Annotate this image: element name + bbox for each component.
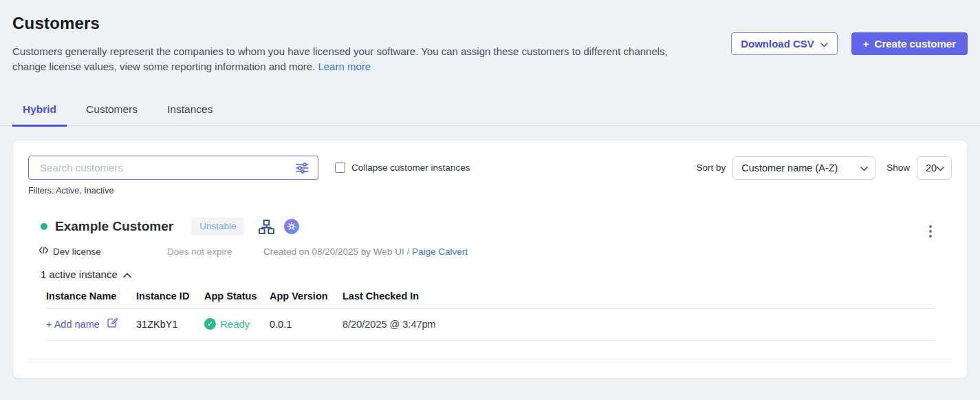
customer-row: Example Customer Unstable xyxy=(28,214,952,239)
collapse-instances-checkbox[interactable] xyxy=(335,162,345,173)
plus-icon: + xyxy=(863,38,869,50)
search-box xyxy=(28,156,318,180)
search-input[interactable] xyxy=(29,162,292,173)
sort-select-value: Customer name (A-Z) xyxy=(741,162,838,173)
instances-table-header: Instance Name Instance ID App Status App… xyxy=(46,291,935,308)
col-instance-name: Instance Name xyxy=(46,291,136,302)
col-app-status: App Status xyxy=(204,291,270,302)
add-name-label: + Add name xyxy=(46,319,100,330)
sort-by-label: Sort by xyxy=(696,162,726,173)
page-header: Customers Customers generally represent … xyxy=(0,0,980,74)
created-info: Created on 08/20/2025 by Web UI / Paige … xyxy=(263,246,468,257)
toolbar: Collapse customer instances Sort by Cust… xyxy=(28,156,952,180)
org-chart-icon[interactable] xyxy=(258,219,275,235)
app-status-label: Ready xyxy=(220,318,250,330)
app-version-cell: 0.0.1 xyxy=(270,319,342,330)
instance-summary-toggle[interactable]: 1 active instance xyxy=(28,269,131,280)
create-customer-button[interactable]: + Create customer xyxy=(851,32,968,55)
last-checked-in-cell: 8/20/2025 @ 3:47pm xyxy=(342,319,935,330)
instances-table: Instance Name Instance ID App Status App… xyxy=(46,291,935,341)
tab-customers[interactable]: Customers xyxy=(76,95,148,127)
collapse-instances-label: Collapse customer instances xyxy=(351,162,470,173)
toolbar-right: Sort by Customer name (A-Z) Show 20 xyxy=(696,156,952,180)
tab-bar: Hybrid Customers Instances xyxy=(0,95,980,126)
kubernetes-icon[interactable] xyxy=(284,219,299,234)
customer-meta-row: Dev license Does not expire Created on 0… xyxy=(28,246,952,257)
chevron-down-icon xyxy=(937,162,944,173)
code-icon xyxy=(39,246,49,257)
chevron-up-icon xyxy=(123,269,131,280)
filter-sliders-icon[interactable] xyxy=(292,162,318,174)
instance-id-cell: 31ZKbY1 xyxy=(136,319,204,330)
col-last-checked-in: Last Checked In xyxy=(342,291,935,302)
created-by-link[interactable]: Paige Calvert xyxy=(412,246,468,257)
page-description: Customers generally represent the compan… xyxy=(12,44,671,74)
download-csv-label: Download CSV xyxy=(741,38,814,50)
col-instance-id: Instance ID xyxy=(136,291,204,302)
customer-name[interactable]: Example Customer xyxy=(55,219,173,234)
instance-summary-label: 1 active instance xyxy=(41,269,118,280)
active-status-dot xyxy=(41,223,47,230)
show-select[interactable]: 20 xyxy=(917,156,952,180)
show-select-value: 20 xyxy=(926,162,937,173)
channel-badge: Unstable xyxy=(191,218,244,235)
add-instance-name-button[interactable]: + Add name xyxy=(46,317,136,331)
chevron-down-icon xyxy=(820,38,828,50)
header-actions: Download CSV + Create customer xyxy=(731,32,968,55)
learn-more-link[interactable]: Learn more xyxy=(318,61,371,72)
active-filters-text: Filters: Active, Inactive xyxy=(28,186,952,196)
tab-hybrid[interactable]: Hybrid xyxy=(12,95,67,127)
tab-instances[interactable]: Instances xyxy=(157,95,223,127)
license-expiry: Does not expire xyxy=(167,246,263,257)
app-status-cell: ✓ Ready xyxy=(204,318,270,330)
show-label: Show xyxy=(886,162,910,173)
create-customer-label: Create customer xyxy=(875,38,956,50)
instance-row: + Add name 31ZKbY1 ✓ Ready 0.0.1 8/20/20… xyxy=(46,308,935,341)
col-app-version: App Version xyxy=(270,291,342,302)
chevron-down-icon xyxy=(860,162,868,173)
created-info-text: Created on 08/20/2025 by Web UI / xyxy=(263,246,409,257)
page-title: Customers xyxy=(12,14,968,33)
collapse-instances-control: Collapse customer instances xyxy=(335,162,470,173)
customers-panel: Collapse customer instances Sort by Cust… xyxy=(12,140,968,379)
card-bottom-divider xyxy=(28,359,952,359)
customer-menu-kebab-icon[interactable] xyxy=(928,224,933,239)
license-type-label: Dev license xyxy=(53,246,101,257)
edit-icon xyxy=(106,317,118,331)
license-type: Dev license xyxy=(39,246,167,257)
check-circle-icon: ✓ xyxy=(204,318,216,330)
sort-select[interactable]: Customer name (A-Z) xyxy=(732,156,875,180)
download-csv-button[interactable]: Download CSV xyxy=(731,32,838,55)
